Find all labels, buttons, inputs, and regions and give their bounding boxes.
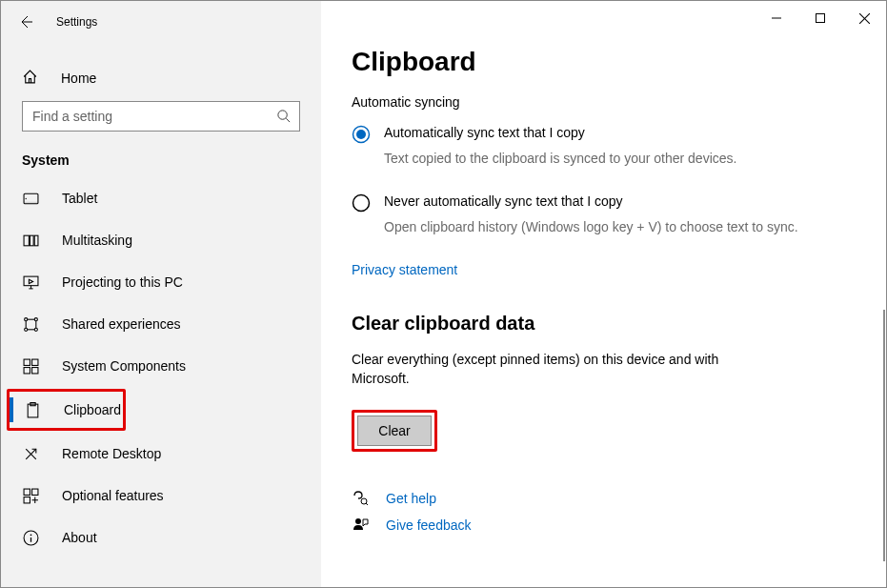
- page-title: Clipboard: [352, 47, 886, 77]
- feedback-icon: [352, 517, 369, 534]
- svg-rect-20: [24, 359, 30, 365]
- titlebar-left: Settings: [1, 8, 321, 36]
- back-icon[interactable]: [18, 14, 33, 30]
- svg-rect-7: [30, 235, 33, 246]
- remote-desktop-icon: [22, 445, 39, 462]
- about-icon: [22, 529, 39, 546]
- svg-point-42: [353, 194, 370, 211]
- svg-point-12: [24, 317, 27, 320]
- svg-rect-23: [31, 367, 37, 373]
- help-icon: [352, 490, 369, 507]
- sidebar-item-remote-desktop[interactable]: Remote Desktop: [1, 433, 321, 475]
- nav-label: Multitasking: [62, 233, 132, 248]
- svg-rect-30: [24, 497, 30, 502]
- home-label: Home: [61, 71, 96, 86]
- clear-data-desc: Clear everything (except pinned items) o…: [352, 350, 771, 389]
- svg-line-2: [286, 118, 290, 122]
- svg-point-13: [34, 317, 37, 320]
- sidebar-item-system-components[interactable]: System Components: [1, 345, 321, 387]
- sidebar-item-tablet[interactable]: Tablet: [1, 177, 321, 219]
- projecting-icon: [22, 274, 39, 291]
- search-input[interactable]: [22, 101, 300, 132]
- main-content: Clipboard Automatic syncing Automaticall…: [321, 1, 886, 587]
- radio-never-sync[interactable]: Never automatically sync text that I cop…: [352, 193, 886, 213]
- search-icon: [276, 109, 291, 127]
- give-feedback-link[interactable]: Give feedback: [386, 517, 472, 533]
- svg-point-34: [30, 534, 31, 536]
- radio-never-sync-desc: Open clipboard history (Windows logo key…: [352, 218, 828, 237]
- svg-rect-37: [816, 14, 825, 23]
- optional-features-icon: [22, 487, 39, 504]
- nav-label: Projecting to this PC: [62, 274, 183, 290]
- window-title: Settings: [56, 15, 97, 29]
- nav-label: About: [62, 530, 97, 545]
- svg-rect-29: [31, 489, 37, 495]
- svg-rect-22: [24, 367, 30, 373]
- nav-label: System Components: [62, 358, 186, 374]
- maximize-button[interactable]: [798, 3, 842, 33]
- radio-unselected-icon: [352, 193, 371, 213]
- svg-point-1: [278, 111, 287, 119]
- get-help-row[interactable]: Get help: [352, 490, 886, 507]
- svg-point-5: [25, 197, 26, 198]
- sidebar-item-about[interactable]: About: [1, 517, 321, 558]
- svg-rect-28: [24, 489, 30, 495]
- radio-label: Never automatically sync text that I cop…: [384, 193, 623, 213]
- radio-selected-icon: [352, 125, 371, 144]
- sidebar-item-shared-experiences[interactable]: Shared experiences: [1, 303, 321, 345]
- svg-point-41: [356, 130, 366, 139]
- system-components-icon: [22, 357, 39, 375]
- nav-list: Tablet Multitasking Projecting to this P…: [1, 177, 321, 558]
- close-button[interactable]: [842, 3, 886, 33]
- nav-label: Shared experiences: [62, 316, 181, 332]
- minimize-button[interactable]: [755, 3, 798, 33]
- svg-rect-21: [31, 359, 37, 365]
- svg-point-14: [24, 328, 27, 331]
- radio-label: Automatically sync text that I copy: [384, 125, 585, 144]
- home-icon: [22, 69, 38, 88]
- sidebar-group-label: System: [1, 132, 321, 177]
- sidebar-item-clipboard[interactable]: Clipboard: [10, 392, 123, 428]
- annotation-box-clipboard: Clipboard: [7, 389, 126, 431]
- clipboard-icon: [24, 401, 41, 418]
- sidebar-item-home[interactable]: Home: [1, 55, 321, 101]
- clear-button[interactable]: Clear: [357, 416, 432, 446]
- tablet-icon: [22, 190, 39, 207]
- svg-point-45: [355, 518, 361, 524]
- privacy-link[interactable]: Privacy statement: [352, 262, 457, 277]
- svg-rect-8: [34, 235, 38, 246]
- sidebar-item-multitasking[interactable]: Multitasking: [1, 219, 321, 261]
- give-feedback-row[interactable]: Give feedback: [352, 517, 886, 534]
- multitasking-icon: [22, 232, 39, 249]
- sidebar-item-projecting[interactable]: Projecting to this PC: [1, 261, 321, 303]
- clear-data-heading: Clear clipboard data: [352, 313, 886, 335]
- window-controls: [755, 3, 886, 33]
- annotation-box-clear: Clear: [352, 410, 437, 452]
- sync-heading: Automatic syncing: [352, 94, 886, 110]
- nav-label: Clipboard: [64, 402, 121, 417]
- nav-label: Remote Desktop: [62, 446, 161, 461]
- svg-rect-6: [24, 235, 29, 246]
- get-help-link[interactable]: Get help: [386, 491, 436, 506]
- scrollbar[interactable]: [883, 310, 885, 561]
- radio-auto-sync-desc: Text copied to the clipboard is synced t…: [352, 150, 828, 169]
- svg-rect-4: [24, 201, 38, 203]
- svg-point-15: [34, 328, 37, 331]
- shared-experiences-icon: [22, 315, 39, 333]
- sidebar-item-optional-features[interactable]: Optional features: [1, 475, 321, 517]
- radio-auto-sync[interactable]: Automatically sync text that I copy: [352, 125, 886, 144]
- svg-line-44: [366, 503, 368, 505]
- sidebar: Settings Home System Tablet Multitasking: [1, 1, 321, 587]
- nav-label: Optional features: [62, 488, 164, 503]
- nav-label: Tablet: [62, 191, 97, 206]
